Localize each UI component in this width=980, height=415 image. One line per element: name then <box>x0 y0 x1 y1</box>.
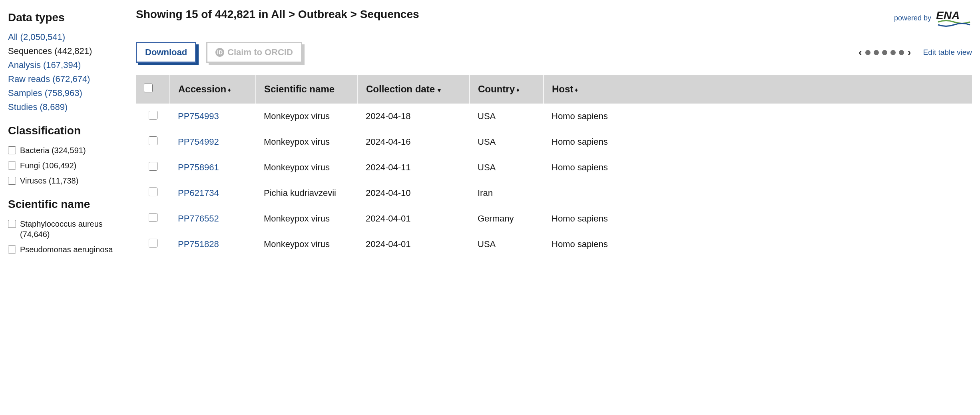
row-select-checkbox[interactable] <box>149 111 157 120</box>
collection-date-cell: 2024-04-01 <box>358 231 470 257</box>
collection-date-cell: 2024-04-10 <box>358 180 470 206</box>
orcid-label: Claim to ORCID <box>227 47 293 58</box>
data-type-sequences[interactable]: Sequences (442,821) <box>8 46 120 56</box>
row-select-checkbox[interactable] <box>149 162 157 171</box>
scientific-name-cell: Monkeypox virus <box>256 129 358 155</box>
table-row: PP754992Monkeypox virus2024-04-16USAHomo… <box>136 129 972 155</box>
page-heading: Showing 15 of 442,821 in All > Outbreak … <box>136 8 419 21</box>
sort-icon: ♦ <box>516 86 519 93</box>
accession-link[interactable]: PP754992 <box>178 137 219 147</box>
filter-label: Bacteria (324,591) <box>20 145 86 156</box>
data-types-heading: Data types <box>8 11 120 24</box>
sidebar: Data types All (2,050,541) Sequences (44… <box>8 8 120 259</box>
filter-staph-aureus[interactable]: Staphylococcus aureus (74,646) <box>8 219 120 239</box>
accession-link[interactable]: PP776552 <box>178 213 219 223</box>
host-cell: Homo sapiens <box>544 231 972 257</box>
collection-date-cell: 2024-04-16 <box>358 129 470 155</box>
country-cell: Germany <box>470 206 544 231</box>
filter-pseudomonas-checkbox[interactable] <box>8 245 16 253</box>
row-select-checkbox[interactable] <box>149 239 157 247</box>
country-cell: USA <box>470 129 544 155</box>
sort-icon: ♦ <box>228 86 230 93</box>
pagination-dot[interactable] <box>865 50 870 55</box>
filter-staph-checkbox[interactable] <box>8 220 16 228</box>
scientific-name-cell: Monkeypox virus <box>256 206 358 231</box>
host-cell: Homo sapiens <box>544 104 972 129</box>
country-cell: USA <box>470 155 544 180</box>
ena-branding: powered by ENA <box>894 8 972 28</box>
country-cell: Iran <box>470 180 544 206</box>
claim-orcid-button: ID Claim to ORCID <box>206 42 302 63</box>
main-content: Showing 15 of 442,821 in All > Outbreak … <box>136 8 972 259</box>
country-cell: USA <box>470 231 544 257</box>
accession-link[interactable]: PP621734 <box>178 188 219 198</box>
data-type-raw-reads[interactable]: Raw reads (672,674) <box>8 74 120 84</box>
scientific-name-cell: Pichia kudriavzevii <box>256 180 358 206</box>
ena-logo: ENA <box>936 8 972 28</box>
filter-viruses[interactable]: Viruses (11,738) <box>8 176 120 186</box>
edit-table-view-link[interactable]: Edit table view <box>923 48 972 57</box>
sort-icon: ♦ <box>575 86 577 93</box>
classification-filters: Bacteria (324,591) Fungi (106,492) Virus… <box>8 145 120 186</box>
filter-fungi-checkbox[interactable] <box>8 162 16 170</box>
scientific-name-heading: Scientific name <box>8 198 120 211</box>
select-all-checkbox[interactable] <box>144 84 153 92</box>
data-type-studies[interactable]: Studies (8,689) <box>8 102 120 112</box>
column-header-scientific-name[interactable]: Scientific name <box>256 75 358 104</box>
classification-heading: Classification <box>8 124 120 137</box>
orcid-icon: ID <box>215 48 224 57</box>
filter-fungi[interactable]: Fungi (106,492) <box>8 160 120 171</box>
filter-pseudomonas[interactable]: Pseudomonas aeruginosa <box>8 244 120 255</box>
host-cell: Homo sapiens <box>544 206 972 231</box>
filter-label: Viruses (11,738) <box>20 176 78 186</box>
download-button[interactable]: Download <box>136 42 196 63</box>
data-types-nav: All (2,050,541) Sequences (442,821) Anal… <box>8 32 120 112</box>
scientific-name-cell: Monkeypox virus <box>256 231 358 257</box>
pagination: ‹ › <box>858 46 911 59</box>
scientific-name-filters: Staphylococcus aureus (74,646) Pseudomon… <box>8 219 120 255</box>
column-header-select <box>136 75 170 104</box>
collection-date-cell: 2024-04-01 <box>358 206 470 231</box>
data-type-samples[interactable]: Samples (758,963) <box>8 88 120 98</box>
powered-by-text: powered by <box>894 14 931 22</box>
pagination-dot[interactable] <box>890 50 896 55</box>
pagination-dot[interactable] <box>899 50 904 55</box>
accession-link[interactable]: PP758961 <box>178 162 219 172</box>
svg-text:ENA: ENA <box>936 9 960 22</box>
scientific-name-cell: Monkeypox virus <box>256 155 358 180</box>
table-row: PP776552Monkeypox virus2024-04-01Germany… <box>136 206 972 231</box>
row-select-checkbox[interactable] <box>149 188 157 196</box>
collection-date-cell: 2024-04-11 <box>358 155 470 180</box>
accession-link[interactable]: PP751828 <box>178 239 219 249</box>
table-row: PP751828Monkeypox virus2024-04-01USAHomo… <box>136 231 972 257</box>
column-header-collection-date[interactable]: Collection date▼ <box>358 75 470 104</box>
host-cell: Homo sapiens <box>544 129 972 155</box>
accession-link[interactable]: PP754993 <box>178 111 219 121</box>
country-cell: USA <box>470 104 544 129</box>
data-type-analysis[interactable]: Analysis (167,394) <box>8 60 120 70</box>
filter-label: Fungi (106,492) <box>20 160 76 171</box>
column-header-accession[interactable]: Accession♦ <box>170 75 256 104</box>
filter-bacteria-checkbox[interactable] <box>8 146 16 154</box>
scientific-name-cell: Monkeypox virus <box>256 104 358 129</box>
filter-viruses-checkbox[interactable] <box>8 177 16 185</box>
table-row: PP758961Monkeypox virus2024-04-11USAHomo… <box>136 155 972 180</box>
host-cell: Homo sapiens <box>544 155 972 180</box>
results-table: Accession♦ Scientific name Collection da… <box>136 75 972 257</box>
table-row: PP621734Pichia kudriavzevii2024-04-10Ira… <box>136 180 972 206</box>
column-header-country[interactable]: Country♦ <box>470 75 544 104</box>
sort-desc-icon: ▼ <box>436 87 442 94</box>
filter-label: Pseudomonas aeruginosa <box>20 244 113 255</box>
data-type-all[interactable]: All (2,050,541) <box>8 32 120 42</box>
host-cell <box>544 180 972 206</box>
row-select-checkbox[interactable] <box>149 213 157 222</box>
filter-bacteria[interactable]: Bacteria (324,591) <box>8 145 120 156</box>
pagination-prev-button[interactable]: ‹ <box>858 46 862 59</box>
pagination-dot[interactable] <box>882 50 887 55</box>
table-row: PP754993Monkeypox virus2024-04-18USAHomo… <box>136 104 972 129</box>
column-header-host[interactable]: Host♦ <box>544 75 972 104</box>
pagination-next-button[interactable]: › <box>907 46 911 59</box>
filter-label: Staphylococcus aureus (74,646) <box>20 219 120 239</box>
row-select-checkbox[interactable] <box>149 136 157 145</box>
pagination-dot[interactable] <box>874 50 879 55</box>
